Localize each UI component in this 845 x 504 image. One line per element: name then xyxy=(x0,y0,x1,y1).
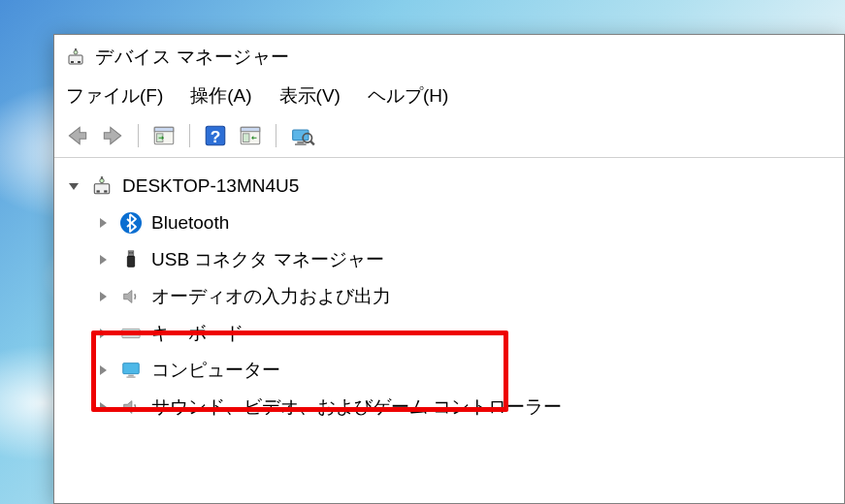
expander-icon[interactable] xyxy=(95,289,111,304)
svg-rect-30 xyxy=(126,331,128,332)
svg-point-4 xyxy=(74,50,78,54)
svg-rect-20 xyxy=(104,190,107,192)
svg-rect-32 xyxy=(132,331,134,332)
expander-icon[interactable] xyxy=(95,362,111,378)
expander-icon[interactable] xyxy=(66,178,81,194)
svg-rect-27 xyxy=(127,256,134,267)
properties-button[interactable] xyxy=(235,120,266,151)
window-title: デバイス マネージャー xyxy=(95,45,290,70)
help-button[interactable]: ? xyxy=(200,120,231,151)
tree-item-label: サウンド、ビデオ、およびゲーム コントローラー xyxy=(151,394,562,420)
toolbar-separator xyxy=(189,124,190,147)
tree-item[interactable]: サウンド、ビデオ、およびゲーム コントローラー xyxy=(58,389,840,425)
svg-rect-24 xyxy=(128,251,134,257)
svg-rect-1 xyxy=(71,61,74,63)
svg-text:?: ? xyxy=(211,127,221,146)
menu-view[interactable]: 表示(V) xyxy=(279,83,341,109)
svg-rect-15 xyxy=(295,143,307,145)
svg-rect-33 xyxy=(135,331,137,332)
svg-rect-26 xyxy=(131,252,132,253)
tree-item-label: オーディオの入力および出力 xyxy=(151,284,391,309)
menu-bar: ファイル(F) 操作(A) 表示(V) ヘルプ(H) xyxy=(54,78,844,114)
tree-item[interactable]: Bluetooth xyxy=(58,205,840,241)
expander-icon[interactable] xyxy=(95,215,111,231)
svg-rect-12 xyxy=(243,134,248,142)
svg-rect-14 xyxy=(297,142,304,143)
usb-icon xyxy=(118,247,144,272)
expander-icon[interactable] xyxy=(95,326,111,341)
show-hide-console-button[interactable] xyxy=(148,120,179,151)
scan-hardware-button[interactable] xyxy=(286,120,317,151)
svg-rect-37 xyxy=(123,363,140,374)
svg-rect-6 xyxy=(154,127,174,131)
svg-rect-13 xyxy=(293,130,309,141)
speaker-icon xyxy=(118,394,144,420)
tree-item[interactable]: キーボード xyxy=(58,315,840,352)
tree-item[interactable]: オーディオの入力および出力 xyxy=(58,278,840,315)
keyboard-icon xyxy=(118,321,144,346)
root-label: DESKTOP-13MN4U5 xyxy=(122,175,299,197)
computer-device-icon xyxy=(89,173,114,199)
tree-item-label: キーボード xyxy=(151,321,244,346)
expander-icon[interactable] xyxy=(95,252,111,268)
svg-rect-38 xyxy=(128,375,134,377)
menu-help[interactable]: ヘルプ(H) xyxy=(368,83,448,109)
tree-item[interactable]: コンピューター xyxy=(58,352,840,389)
back-button[interactable] xyxy=(62,120,93,151)
forward-button[interactable] xyxy=(97,120,128,151)
svg-line-17 xyxy=(310,142,314,145)
svg-rect-36 xyxy=(135,333,137,335)
speaker-icon xyxy=(118,284,144,309)
device-tree: DESKTOP-13MN4U5 Bluetooth xyxy=(54,158,844,435)
svg-rect-19 xyxy=(97,190,100,192)
svg-rect-29 xyxy=(124,331,126,332)
tree-item[interactable]: USB コネクタ マネージャー xyxy=(58,241,840,278)
svg-rect-34 xyxy=(124,333,126,335)
menu-action[interactable]: 操作(A) xyxy=(190,83,251,109)
monitor-icon xyxy=(118,358,144,383)
toolbar-separator xyxy=(138,124,139,147)
toolbar-separator xyxy=(276,124,276,147)
device-manager-icon xyxy=(66,47,85,67)
tree-item-label: USB コネクタ マネージャー xyxy=(151,247,384,272)
svg-rect-35 xyxy=(126,333,133,335)
tree-item-label: コンピューター xyxy=(151,358,280,383)
svg-rect-11 xyxy=(241,127,260,131)
svg-rect-25 xyxy=(129,252,130,253)
toolbar: ? xyxy=(54,114,844,158)
menu-file[interactable]: ファイル(F) xyxy=(66,83,163,109)
svg-rect-39 xyxy=(126,376,135,377)
svg-point-22 xyxy=(100,178,104,182)
title-bar: デバイス マネージャー xyxy=(54,35,844,78)
expander-icon[interactable] xyxy=(95,399,111,415)
device-manager-window: デバイス マネージャー ファイル(F) 操作(A) 表示(V) ヘルプ(H) xyxy=(53,34,845,504)
bluetooth-icon xyxy=(118,210,144,236)
tree-root[interactable]: DESKTOP-13MN4U5 xyxy=(58,168,840,205)
svg-rect-31 xyxy=(129,331,131,332)
svg-rect-2 xyxy=(78,61,81,63)
tree-item-label: Bluetooth xyxy=(151,212,229,234)
